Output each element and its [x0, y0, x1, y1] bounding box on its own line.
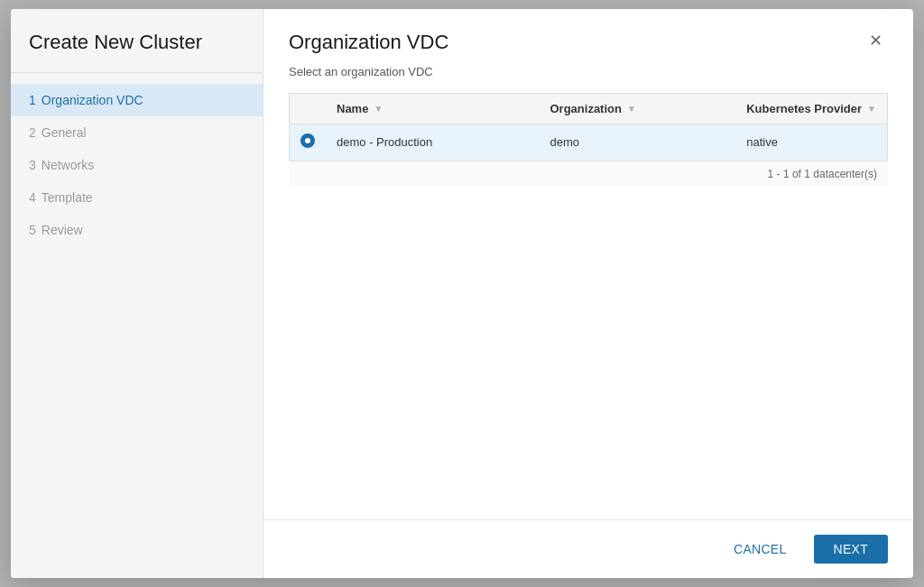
step-label-general: General: [42, 125, 87, 140]
table-footer: 1 - 1 of 1 datacenter(s): [289, 161, 888, 187]
sidebar: Create New Cluster 1Organization VDC2Gen…: [11, 9, 263, 578]
close-button[interactable]: ✕: [864, 31, 888, 50]
org-filter-icon[interactable]: ▼: [627, 104, 636, 114]
row-radio-cell[interactable]: [290, 124, 327, 161]
step-num-general: 2: [29, 125, 36, 140]
col-header-k8s: Kubernetes Provider ▼: [735, 94, 887, 124]
step-label-template: Template: [42, 190, 93, 205]
sidebar-step-networks[interactable]: 3Networks: [11, 149, 263, 181]
col-org-label: Organization: [550, 102, 622, 115]
content-body: Name ▼ Organization ▼ Ku: [263, 93, 913, 519]
step-num-review: 5: [29, 223, 36, 237]
step-label-org-vdc: Organization VDC: [42, 93, 143, 107]
col-name-label: Name: [337, 102, 368, 115]
sidebar-step-template[interactable]: 4Template: [11, 181, 263, 214]
dialog-title: Create New Cluster: [11, 9, 263, 73]
col-k8s-label: Kubernetes Provider: [746, 102, 862, 115]
steps-list: 1Organization VDC2General3Networks4Templ…: [11, 73, 263, 257]
col-header-name: Name ▼: [326, 94, 540, 124]
content-subtitle: Select an organization VDC: [263, 65, 913, 93]
step-label-review: Review: [42, 223, 83, 237]
sidebar-step-org-vdc[interactable]: 1Organization VDC: [11, 84, 263, 116]
k8s-filter-icon[interactable]: ▼: [867, 104, 876, 114]
content-panel: Organization VDC ✕ Select an organizatio…: [263, 9, 913, 578]
step-num-networks: 3: [29, 158, 36, 172]
content-title: Organization VDC: [289, 31, 448, 54]
radio-selected-icon: [300, 133, 315, 148]
next-button[interactable]: NEXT: [814, 535, 888, 564]
col-header-org: Organization ▼: [540, 94, 736, 124]
dialog-footer: CANCEL NEXT: [263, 519, 913, 578]
name-filter-icon[interactable]: ▼: [374, 104, 383, 114]
step-label-networks: Networks: [42, 158, 94, 172]
sidebar-step-general[interactable]: 2General: [11, 116, 263, 149]
create-cluster-dialog: Create New Cluster 1Organization VDC2Gen…: [11, 9, 913, 578]
sidebar-step-review[interactable]: 5Review: [11, 214, 263, 246]
row-k8s-cell: native: [735, 124, 887, 161]
table-header-row: Name ▼ Organization ▼ Ku: [290, 94, 888, 124]
table-row[interactable]: demo - Production demo native: [290, 124, 888, 161]
col-header-select: [290, 94, 327, 124]
row-name-cell: demo - Production: [326, 124, 540, 161]
cancel-button[interactable]: CANCEL: [717, 535, 802, 564]
content-header: Organization VDC ✕: [263, 9, 913, 65]
vdc-table: Name ▼ Organization ▼ Ku: [289, 93, 888, 161]
row-org-cell: demo: [540, 124, 736, 161]
step-num-template: 4: [29, 190, 36, 205]
step-num-org-vdc: 1: [29, 93, 36, 107]
